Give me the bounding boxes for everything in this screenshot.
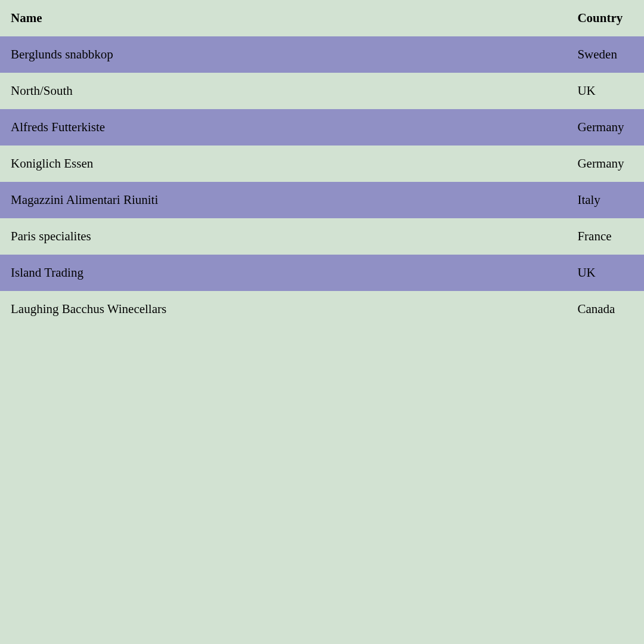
table-row: North/South UK xyxy=(0,73,644,109)
cell-name: Berglunds snabbkop xyxy=(0,36,566,73)
cell-name: Magazzini Alimentari Riuniti xyxy=(0,182,566,218)
cell-name: North/South xyxy=(0,73,566,109)
cell-country: Sweden xyxy=(566,36,644,73)
cell-name: Alfreds Futterkiste xyxy=(0,109,566,145)
table-row: Berglunds snabbkop Sweden xyxy=(0,36,644,73)
table-row: Magazzini Alimentari Riuniti Italy xyxy=(0,182,644,218)
header-country: Country xyxy=(566,0,644,36)
cell-country: UK xyxy=(566,73,644,109)
cell-name: Koniglich Essen xyxy=(0,145,566,182)
table-row: Alfreds Futterkiste Germany xyxy=(0,109,644,145)
table-header-row: Name Country xyxy=(0,0,644,36)
cell-country: UK xyxy=(566,255,644,291)
cell-country: France xyxy=(566,218,644,255)
cell-country: Italy xyxy=(566,182,644,218)
cell-country: Canada xyxy=(566,291,644,327)
cell-name: Paris specialites xyxy=(0,218,566,255)
table-row: Koniglich Essen Germany xyxy=(0,145,644,182)
table-row: Island Trading UK xyxy=(0,255,644,291)
cell-country: Germany xyxy=(566,145,644,182)
header-name: Name xyxy=(0,0,566,36)
cell-name: Island Trading xyxy=(0,255,566,291)
table-row: Paris specialites France xyxy=(0,218,644,255)
customers-table: Name Country Berglunds snabbkop Sweden N… xyxy=(0,0,644,327)
cell-name: Laughing Bacchus Winecellars xyxy=(0,291,566,327)
table-row: Laughing Bacchus Winecellars Canada xyxy=(0,291,644,327)
cell-country: Germany xyxy=(566,109,644,145)
